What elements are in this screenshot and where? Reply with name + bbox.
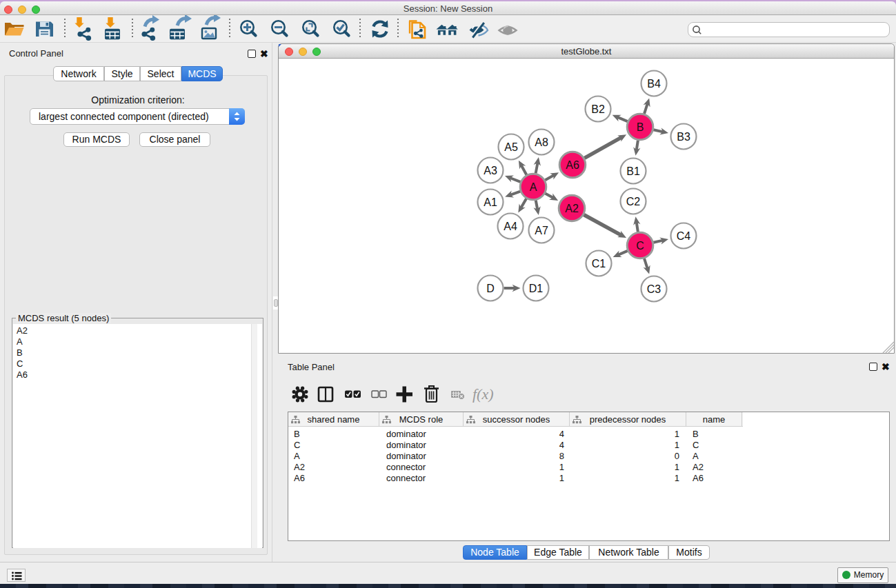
svg-text:C1: C1 <box>592 258 606 270</box>
svg-text:B4: B4 <box>647 78 661 90</box>
svg-text:B2: B2 <box>591 103 605 115</box>
svg-text:A: A <box>530 181 537 193</box>
svg-text:f(x): f(x) <box>472 385 494 403</box>
svg-text:A3: A3 <box>484 165 497 176</box>
svg-text:A8: A8 <box>535 136 548 148</box>
svg-text:C: C <box>636 240 644 252</box>
svg-text:A7: A7 <box>535 225 548 236</box>
svg-text:B1: B1 <box>626 165 640 177</box>
svg-text:A2: A2 <box>565 203 579 214</box>
svg-text:B: B <box>637 121 644 133</box>
svg-text:C2: C2 <box>626 196 641 207</box>
svg-text:A4: A4 <box>504 221 517 232</box>
svg-text:C4: C4 <box>677 230 691 242</box>
svg-text:A6: A6 <box>566 159 579 171</box>
svg-text:B3: B3 <box>677 131 690 143</box>
svg-text:A5: A5 <box>504 141 518 153</box>
svg-text:D: D <box>486 283 495 294</box>
svg-text:C3: C3 <box>647 283 661 295</box>
svg-text:A1: A1 <box>484 196 497 208</box>
svg-text:D1: D1 <box>529 283 544 294</box>
